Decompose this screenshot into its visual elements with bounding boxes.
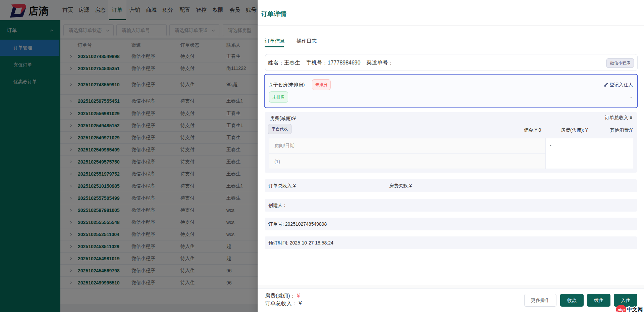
svg-text:中文网: 中文网 [627,306,643,312]
svg-text:php: php [617,308,625,312]
